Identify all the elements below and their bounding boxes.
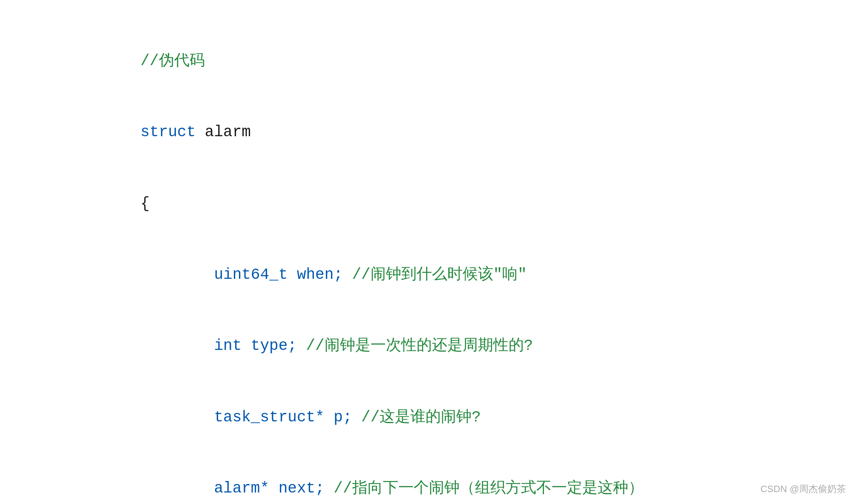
code-struct-alarm: struct alarm	[85, 97, 812, 168]
page-container: //伪代码 struct alarm { uint64_t when; //闹钟…	[0, 0, 863, 504]
code-comment-pseudocode: //伪代码	[85, 26, 812, 97]
code-field-when: uint64_t when; //闹钟到什么时候该"响"	[85, 239, 812, 310]
watermark: CSDN @周杰偷奶茶	[760, 483, 846, 495]
code-section: //伪代码 struct alarm { uint64_t when; //闹钟…	[85, 17, 812, 504]
code-brace-open: {	[85, 168, 812, 239]
code-field-type: int type; //闹钟是一次性的还是周期性的?	[85, 311, 812, 382]
code-field-task: task_struct* p; //这是谁的闹钟?	[85, 382, 812, 453]
code-field-next: alarm* next; //指向下一个闹钟（组织方式不一定是这种）	[85, 453, 812, 504]
